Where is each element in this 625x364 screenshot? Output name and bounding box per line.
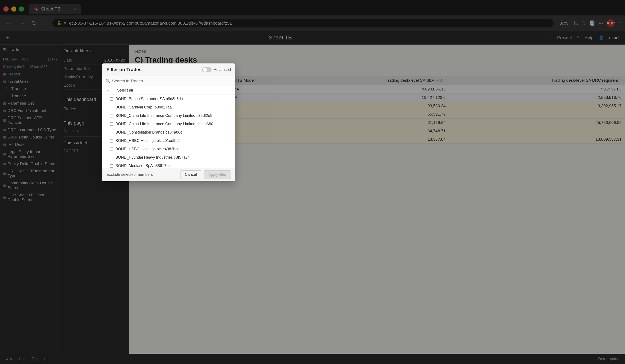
toggle-knob bbox=[203, 68, 207, 72]
advanced-toggle[interactable] bbox=[202, 67, 212, 72]
item-label: BOND_Hyundai Heavy Industries c8f57a34 bbox=[116, 155, 190, 160]
list-item[interactable]: BOND_HSBC Holdings plc c01ed9d2 bbox=[102, 137, 235, 145]
list-item[interactable]: BOND_China Life Insurance Company Limite… bbox=[102, 120, 235, 128]
item-checkbox[interactable] bbox=[110, 106, 113, 109]
modal-title: Filter on Trades bbox=[106, 67, 142, 72]
list-item[interactable]: BOND_Banco Santander SA b8d8b8dc bbox=[102, 95, 235, 103]
list-item[interactable]: BOND_China Life Insurance Company Limite… bbox=[102, 112, 235, 120]
item-checkbox[interactable] bbox=[110, 114, 113, 117]
item-label: BOND_China Life Insurance Company Limite… bbox=[116, 113, 212, 118]
item-label: BOND_HSBC Holdings plc c4382bcc bbox=[116, 147, 179, 151]
advanced-label: Advanced bbox=[214, 68, 231, 72]
modal-advanced-section: Advanced bbox=[202, 67, 231, 72]
modal-search-input[interactable] bbox=[112, 79, 232, 84]
select-all-checkbox[interactable] bbox=[112, 89, 115, 92]
item-label: BOND_Carnival Corp. b9be27aa bbox=[116, 105, 172, 110]
item-label: BOND_HSBC Holdings plc c01ed9d2 bbox=[116, 139, 180, 143]
item-checkbox[interactable] bbox=[110, 164, 113, 168]
item-label: BOND_Mediaset SpA c58617b4 bbox=[116, 164, 171, 168]
item-label: BOND_Banco Santander SA b8d8b8dc bbox=[116, 97, 183, 101]
item-checkbox[interactable] bbox=[110, 139, 113, 142]
apply-filter-button[interactable]: Apply filter bbox=[204, 170, 231, 179]
modal-footer: Exclude selected members Cancel Apply fi… bbox=[102, 168, 235, 181]
modal-overlay: Filter on Trades Advanced 🔍 ▼ Select all… bbox=[0, 0, 625, 364]
list-item[interactable]: BOND_Hyundai Heavy Industries c8f57a34 bbox=[102, 153, 235, 162]
item-label: BOND_Constellation Brands c164a86c bbox=[116, 130, 182, 135]
item-label: BOND_China Life Insurance Company Limite… bbox=[116, 122, 213, 126]
exclude-selected-button[interactable]: Exclude selected members bbox=[106, 172, 153, 177]
item-checkbox[interactable] bbox=[110, 122, 113, 126]
filter-modal: Filter on Trades Advanced 🔍 ▼ Select all… bbox=[102, 63, 235, 181]
list-item[interactable]: BOND_Mediaset SpA c58617b4 bbox=[102, 162, 235, 168]
select-all-row[interactable]: ▼ Select all bbox=[102, 86, 235, 95]
expand-icon: ▼ bbox=[106, 89, 109, 92]
item-checkbox[interactable] bbox=[110, 131, 113, 134]
modal-header: Filter on Trades Advanced bbox=[102, 63, 235, 76]
list-item[interactable]: BOND_Constellation Brands c164a86c bbox=[102, 128, 235, 137]
item-checkbox[interactable] bbox=[110, 97, 113, 101]
modal-search-icon: 🔍 bbox=[106, 79, 110, 84]
item-checkbox[interactable] bbox=[110, 147, 113, 151]
cancel-button[interactable]: Cancel bbox=[180, 170, 201, 179]
select-all-label: Select all bbox=[117, 88, 133, 93]
modal-list: ▼ Select all BOND_Banco Santander SA b8d… bbox=[102, 86, 235, 168]
list-item[interactable]: BOND_HSBC Holdings plc c4382bcc bbox=[102, 145, 235, 153]
modal-search-bar[interactable]: 🔍 bbox=[102, 76, 235, 86]
list-item[interactable]: BOND_Carnival Corp. b9be27aa bbox=[102, 103, 235, 112]
item-checkbox[interactable] bbox=[110, 156, 113, 159]
modal-footer-buttons: Cancel Apply filter bbox=[180, 170, 231, 179]
